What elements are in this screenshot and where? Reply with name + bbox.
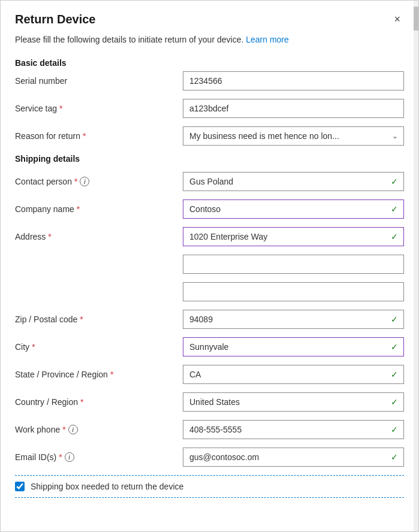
service-tag-row: Service tag * bbox=[15, 99, 404, 118]
shipping-box-checkbox[interactable] bbox=[15, 482, 25, 491]
service-tag-input[interactable] bbox=[183, 99, 404, 118]
address-row: Address * ✓ bbox=[15, 227, 404, 246]
country-row: Country / Region * ✓ bbox=[15, 392, 404, 412]
dialog-title: Return Device bbox=[15, 13, 96, 26]
company-name-input[interactable] bbox=[183, 200, 404, 219]
city-required: * bbox=[32, 342, 35, 352]
service-tag-required: * bbox=[59, 104, 62, 113]
scrollbar-thumb[interactable] bbox=[414, 7, 418, 31]
address3-row bbox=[15, 282, 404, 301]
serial-number-field-wrap bbox=[183, 71, 404, 90]
address2-field-wrap bbox=[183, 255, 404, 274]
shipping-box-row: Shipping box needed to return the device bbox=[15, 475, 404, 498]
company-name-field-wrap: ✓ bbox=[183, 200, 404, 219]
state-field-wrap: ✓ bbox=[183, 365, 404, 384]
reason-select[interactable]: My business need is met hence no lon... bbox=[183, 126, 404, 146]
work-phone-label: Work phone * i bbox=[15, 425, 183, 434]
address-field-wrap: ✓ bbox=[183, 227, 404, 246]
state-input[interactable] bbox=[183, 365, 404, 384]
contact-person-info-icon[interactable]: i bbox=[80, 177, 89, 186]
reason-for-return-row: Reason for return * My business need is … bbox=[15, 126, 404, 146]
dialog-header: Return Device × bbox=[1, 1, 418, 34]
email-info-icon[interactable]: i bbox=[65, 452, 74, 462]
company-name-label: Company name * bbox=[15, 204, 183, 214]
state-row: State / Province / Region * ✓ bbox=[15, 365, 404, 384]
country-required: * bbox=[80, 397, 83, 407]
address3-input[interactable] bbox=[183, 282, 404, 301]
city-field-wrap: ✓ bbox=[183, 337, 404, 356]
shipping-details-section-title: Shipping details bbox=[15, 154, 404, 164]
company-name-required: * bbox=[77, 204, 80, 214]
email-required: * bbox=[59, 452, 62, 462]
close-button[interactable]: × bbox=[390, 13, 404, 26]
serial-number-row: Serial number bbox=[15, 71, 404, 90]
country-input[interactable] bbox=[183, 392, 404, 412]
contact-person-row: Contact person * i ✓ bbox=[15, 172, 404, 191]
email-label: Email ID(s) * i bbox=[15, 452, 183, 462]
company-name-row: Company name * ✓ bbox=[15, 200, 404, 219]
work-phone-required: * bbox=[62, 425, 65, 434]
country-label: Country / Region * bbox=[15, 397, 183, 407]
address-label: Address * bbox=[15, 232, 183, 241]
email-field-wrap: ✓ bbox=[183, 448, 404, 467]
learn-more-link[interactable]: Learn more bbox=[246, 35, 289, 44]
return-device-dialog: Return Device × Please fill the followin… bbox=[0, 0, 419, 532]
state-label: State / Province / Region * bbox=[15, 370, 183, 379]
scrollbar[interactable] bbox=[414, 1, 418, 531]
contact-person-input[interactable] bbox=[183, 172, 404, 191]
work-phone-input[interactable] bbox=[183, 420, 404, 439]
service-tag-label: Service tag * bbox=[15, 104, 183, 113]
country-field-wrap: ✓ bbox=[183, 392, 404, 412]
serial-number-label: Serial number bbox=[15, 76, 183, 86]
zip-label: Zip / Postal code * bbox=[15, 315, 183, 324]
address-required: * bbox=[48, 232, 51, 241]
zip-row: Zip / Postal code * ✓ bbox=[15, 310, 404, 329]
shipping-box-label: Shipping box needed to return the device bbox=[31, 482, 183, 491]
contact-person-required: * bbox=[74, 177, 77, 186]
email-row: Email ID(s) * i ✓ bbox=[15, 448, 404, 467]
dialog-body: Please fill the following details to ini… bbox=[1, 34, 418, 510]
service-tag-field-wrap bbox=[183, 99, 404, 118]
city-label: City * bbox=[15, 342, 183, 352]
address3-field-wrap bbox=[183, 282, 404, 301]
contact-person-label: Contact person * i bbox=[15, 177, 183, 186]
zip-input[interactable] bbox=[183, 310, 404, 329]
city-row: City * ✓ bbox=[15, 337, 404, 356]
work-phone-row: Work phone * i ✓ bbox=[15, 420, 404, 439]
address-input[interactable] bbox=[183, 227, 404, 246]
reason-select-wrap: My business need is met hence no lon... … bbox=[183, 126, 404, 146]
contact-person-field-wrap: ✓ bbox=[183, 172, 404, 191]
state-required: * bbox=[110, 370, 113, 379]
reason-label: Reason for return * bbox=[15, 131, 183, 141]
zip-field-wrap: ✓ bbox=[183, 310, 404, 329]
address2-row bbox=[15, 255, 404, 274]
basic-details-section-title: Basic details bbox=[15, 58, 404, 68]
serial-number-input[interactable] bbox=[183, 71, 404, 90]
intro-text: Please fill the following details to ini… bbox=[15, 34, 404, 46]
reason-required: * bbox=[83, 131, 86, 141]
address2-input[interactable] bbox=[183, 255, 404, 274]
zip-required: * bbox=[80, 315, 83, 324]
work-phone-info-icon[interactable]: i bbox=[68, 425, 78, 434]
work-phone-field-wrap: ✓ bbox=[183, 420, 404, 439]
city-input[interactable] bbox=[183, 337, 404, 356]
email-input[interactable] bbox=[183, 448, 404, 467]
